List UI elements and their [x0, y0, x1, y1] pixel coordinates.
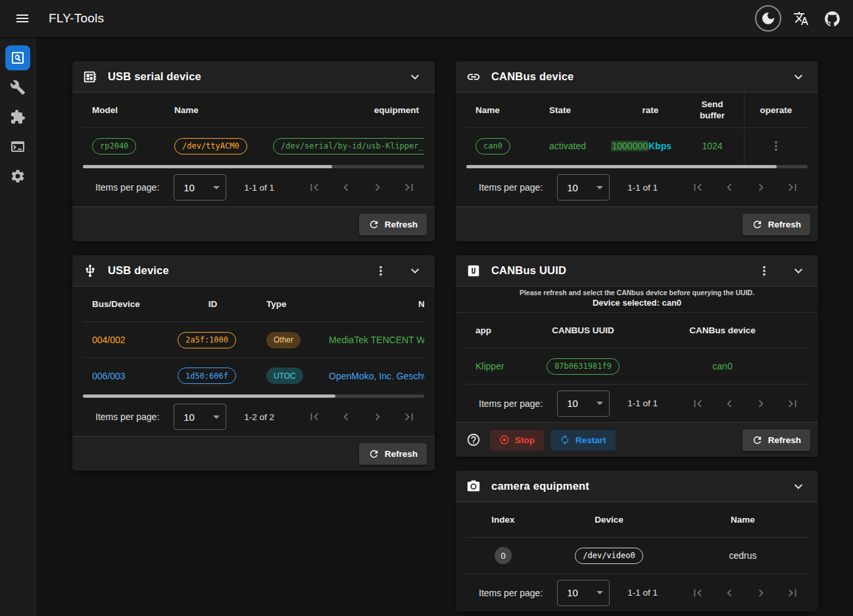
translate-button[interactable] — [787, 4, 816, 33]
refresh-button[interactable]: Refresh — [743, 429, 810, 451]
collapse-button[interactable] — [403, 65, 427, 89]
card-actions: Refresh — [72, 436, 435, 471]
restart-button[interactable]: Restart — [550, 430, 616, 450]
items-per-page-select[interactable]: 10 — [174, 174, 226, 201]
bus-device-value: 004/002 — [83, 322, 168, 358]
page-range-label: 1-1 of 1 — [627, 588, 658, 598]
first-page-icon — [307, 410, 322, 424]
next-page-button[interactable] — [754, 396, 768, 411]
help-button[interactable] — [464, 430, 483, 450]
last-page-button[interactable] — [785, 396, 800, 411]
usb-type-chip[interactable]: Other — [266, 332, 301, 348]
column-operate: operate — [744, 93, 808, 128]
column-name: Name — [165, 93, 264, 128]
kebab-menu-button[interactable] — [369, 259, 393, 283]
canbus-uuid-table-zone: Please refresh and select the CANbus dev… — [456, 287, 818, 422]
camera-index-chip[interactable]: 0 — [495, 547, 512, 564]
stop-circle-icon — [499, 435, 510, 445]
prev-page-button[interactable] — [722, 396, 737, 411]
refresh-icon — [368, 219, 379, 230]
prev-page-button[interactable] — [722, 586, 737, 600]
usb-name-value: MediaTek TENCENT WL — [320, 322, 424, 358]
camera-device-chip[interactable]: /dev/video0 — [575, 548, 643, 564]
collapse-button[interactable] — [787, 475, 810, 498]
canbus-uuid-card: CANBus UUID Please refresh and select th… — [456, 255, 818, 457]
table-row: 006/003 1d50:606f UTOC OpenMoko, Inc. Ge… — [83, 358, 424, 393]
collapse-button[interactable] — [787, 259, 810, 283]
table-pagination: Items per page: 10 1-1 of 1 — [83, 168, 424, 206]
refresh-button[interactable]: Refresh — [743, 214, 810, 235]
items-per-page-label: Items per page: — [95, 182, 159, 193]
prev-page-button[interactable] — [722, 180, 737, 195]
usb-device-table: Bus/Device ID Type Name 004/002 2a5f:100… — [83, 287, 424, 398]
column-model: Model — [83, 93, 165, 128]
uuid-chip[interactable]: 87b0631981f9 — [547, 358, 620, 375]
next-page-button[interactable] — [370, 180, 385, 195]
row-operate-menu-button[interactable] — [769, 139, 783, 153]
items-per-page-select[interactable]: 10 — [174, 404, 226, 430]
app-bar: FLY-Tools — [0, 0, 853, 37]
usb-name-value: OpenMoko, Inc. Geschw — [320, 358, 424, 393]
table-header-row: app CANBUS UUID CANBus device — [466, 313, 808, 348]
first-page-button[interactable] — [691, 180, 705, 195]
last-page-button[interactable] — [785, 180, 800, 195]
menu-icon — [14, 11, 30, 26]
stop-button[interactable]: Stop — [490, 430, 544, 450]
first-page-icon — [691, 586, 705, 600]
chevron-down-icon — [407, 69, 423, 85]
last-page-button[interactable] — [785, 586, 800, 600]
sidebar-item-device-query[interactable] — [5, 45, 30, 70]
camera-table: Index Device Name 0 /dev/video0 cedrus — [466, 502, 808, 573]
github-button[interactable] — [817, 4, 846, 33]
kebab-menu-button[interactable] — [752, 259, 776, 283]
next-page-button[interactable] — [370, 410, 385, 424]
app-title: FLY-Tools — [49, 11, 104, 26]
items-per-page-value: 10 — [567, 398, 578, 409]
items-per-page-select[interactable]: 10 — [557, 580, 610, 606]
camera-icon — [466, 479, 481, 494]
next-page-button[interactable] — [754, 586, 768, 600]
menu-button[interactable] — [8, 4, 37, 33]
collapse-button[interactable] — [403, 259, 427, 283]
first-page-button[interactable] — [307, 410, 322, 424]
prev-page-button[interactable] — [339, 180, 353, 195]
usb-id-chip[interactable]: 1d50:606f — [178, 367, 236, 384]
chevron-right-icon — [754, 396, 768, 411]
canbus-uuid-table: app CANBUS UUID CANBus device Klipper 87… — [466, 313, 808, 384]
items-per-page-value: 10 — [183, 182, 195, 193]
usb-serial-table: Model Name equipment rp2040 /dev/ttyACM0… — [83, 93, 424, 168]
refresh-button[interactable]: Refresh — [359, 214, 427, 235]
usb-type-chip[interactable]: UTOC — [266, 367, 303, 384]
usb-id-chip[interactable]: 2a5f:1000 — [178, 332, 236, 348]
next-page-button[interactable] — [754, 180, 768, 195]
prev-page-button[interactable] — [339, 410, 353, 424]
first-page-button[interactable] — [691, 396, 705, 411]
column-canbus-device: CANBus device — [637, 313, 808, 348]
column-name: Name — [466, 93, 540, 128]
theme-toggle-button[interactable] — [755, 5, 781, 32]
serial-name-chip[interactable]: /dev/ttyACM0 — [174, 138, 247, 154]
chevron-down-icon — [791, 479, 806, 494]
sidebar-item-terminal[interactable] — [5, 134, 30, 159]
sidebar-item-tools[interactable] — [5, 75, 30, 100]
sidebar-item-services[interactable] — [5, 164, 30, 189]
items-per-page-select[interactable]: 10 — [557, 174, 610, 201]
refresh-icon — [368, 448, 379, 460]
refresh-icon — [752, 219, 763, 230]
can-name-chip[interactable]: can0 — [475, 138, 510, 154]
gear-icon — [10, 168, 26, 184]
equipment-chip[interactable]: /dev/serial/by-id/usb-Klipper_rp2040 — [273, 138, 424, 154]
items-per-page-select[interactable]: 10 — [557, 391, 610, 417]
sidebar-item-components[interactable] — [5, 105, 30, 130]
last-page-button[interactable] — [402, 180, 416, 195]
model-chip[interactable]: rp2040 — [92, 138, 136, 154]
dots-vertical-icon — [757, 264, 771, 278]
first-page-button[interactable] — [307, 180, 322, 195]
last-page-button[interactable] — [402, 410, 416, 424]
first-page-button[interactable] — [691, 586, 705, 600]
collapse-button[interactable] — [787, 65, 810, 89]
items-per-page-label: Items per page: — [479, 588, 543, 598]
column-app: app — [466, 313, 529, 348]
can-rate-value: 1000000Kbps — [620, 128, 681, 164]
refresh-button[interactable]: Refresh — [359, 443, 427, 465]
